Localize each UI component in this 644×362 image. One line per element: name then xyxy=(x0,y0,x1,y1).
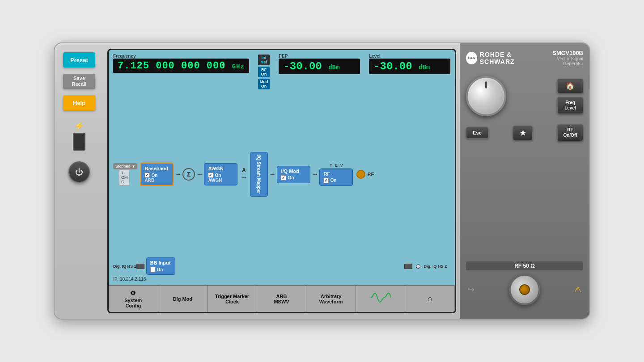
home-icon: ⌂ xyxy=(428,294,432,303)
softkey-bar: ⚙ SystemConfig Dig Mod Trigger MarkerClo… xyxy=(109,285,455,312)
softkey-arb-mswv-label: ARBMSWV xyxy=(274,294,289,304)
rf-area-diagram: T E V RF ✓ On xyxy=(319,163,353,186)
softkey-home[interactable]: ⌂ xyxy=(405,286,455,312)
arrow-1: → xyxy=(174,170,182,178)
dropdown-icon[interactable]: ▼ xyxy=(132,164,136,168)
dig-iq-hs2-row: Dig. IQ HS 2 xyxy=(404,264,447,269)
iq-mod-on-checkbox[interactable]: ✓ On xyxy=(281,175,294,181)
arrow-3: → xyxy=(240,173,247,181)
indicators: IntRef RFOn ModOn xyxy=(258,55,270,89)
power-icon: ⏻ xyxy=(75,168,83,177)
baseband-block[interactable]: Baseband ✓ On ARB xyxy=(140,163,174,186)
rf-onoff-button[interactable]: RF On/Off xyxy=(557,124,583,141)
brand-name: ROHDE & SCHWARZ xyxy=(480,51,541,65)
awgn-block[interactable]: AWGN ✓ On AWGN xyxy=(204,163,237,185)
block-diagram: Stopped ▼ T OM C Baseband ✓ xyxy=(113,93,450,256)
favorites-button[interactable]: ★ xyxy=(513,126,533,140)
rf-arrow-icon: ↪ xyxy=(468,285,475,295)
usb-icon: ⚡ xyxy=(74,121,84,131)
instrument-body: Preset Save Recall Help ⚡ ⏻ Frequency 7.… xyxy=(54,42,590,320)
stopped-badge: Stopped ▼ xyxy=(113,163,137,169)
waveform-icon xyxy=(370,291,391,306)
rf-output-connector[interactable] xyxy=(509,274,540,305)
bb-input-on-checkbox[interactable]: On xyxy=(150,267,163,272)
softkey-trigger-marker-clock-label: Trigger MarkerClock xyxy=(215,294,249,304)
arrow-5: → xyxy=(311,170,318,178)
baseband-arb-label: ARB xyxy=(144,178,154,183)
rf-block[interactable]: RF ✓ On xyxy=(319,168,353,186)
softkey-dig-mod[interactable]: Dig Mod xyxy=(158,286,208,312)
dig-iq-hs1-box xyxy=(136,264,144,269)
softkey-system-config-label: SystemConfig xyxy=(124,298,142,308)
sigma-block: Σ xyxy=(182,168,195,181)
freq-level-button[interactable]: Freq Level xyxy=(557,97,583,114)
iq-stream-mapper[interactable]: I/Q Stream Mapper xyxy=(250,152,268,197)
level-display[interactable]: -30.00 dBm xyxy=(369,59,450,74)
bb-input-title: BB Input xyxy=(150,260,171,265)
mode-t: T xyxy=(121,171,128,175)
awgn-on-checkbox[interactable]: ✓ On xyxy=(208,173,221,178)
baseband-on-check: ✓ xyxy=(144,173,150,178)
usb-port xyxy=(73,133,85,151)
level-section: Level -30.00 dBm xyxy=(369,54,450,74)
softkey-arbitrary-waveform-label: ArbitraryWaveform xyxy=(319,294,343,304)
iq-mod-block[interactable]: I/Q Mod ✓ On xyxy=(277,166,310,183)
iq-mod-on-label: On xyxy=(288,175,294,180)
save-recall-button[interactable]: Save Recall xyxy=(63,74,95,89)
rf-block-title: RF xyxy=(323,171,330,177)
rf-on-checkbox[interactable]: ✓ On xyxy=(323,178,336,183)
pep-label: PEP xyxy=(279,54,360,59)
stopped-label: Stopped xyxy=(115,164,131,168)
model-info: SMCV100B Vector Signal Generator xyxy=(541,50,583,66)
awgn-sub-label: AWGN xyxy=(208,178,222,183)
warning-area: ⚠ xyxy=(574,285,581,295)
usb-area: ⚡ xyxy=(73,121,85,151)
esc-button[interactable]: Esc xyxy=(466,127,488,139)
rf-text-label: RF xyxy=(367,172,374,177)
awgn-on-label: On xyxy=(215,173,221,178)
power-button[interactable]: ⏻ xyxy=(68,161,90,183)
int-ref-indicator: IntRef xyxy=(258,55,270,65)
awgn-title: AWGN xyxy=(208,166,223,171)
rf-on-indicator: RFOn xyxy=(258,67,270,77)
a-label-area: A → xyxy=(239,167,248,181)
bb-input-block[interactable]: BB Input On xyxy=(146,257,175,275)
pep-display[interactable]: -30.00 dBm xyxy=(279,59,360,74)
top-bar: Frequency 7.125 000 000 000 GHz IntRef R… xyxy=(113,54,450,89)
pep-value: -30.00 xyxy=(283,60,322,72)
help-button[interactable]: Help xyxy=(63,95,95,110)
softkey-trigger-marker-clock[interactable]: Trigger MarkerClock xyxy=(208,286,257,312)
arrow-4: → xyxy=(269,170,276,178)
warning-icon: ⚠ xyxy=(574,285,581,295)
dig-iq-hs1-label: Dig. IQ HS 1 xyxy=(113,264,136,269)
baseband-on-checkbox[interactable]: ✓ On xyxy=(144,173,157,178)
rs-logo: R&S xyxy=(466,52,477,64)
softkey-arbitrary-waveform[interactable]: ArbitraryWaveform xyxy=(306,286,356,312)
mode-om: OM xyxy=(121,175,128,180)
softkey-waveform-icon[interactable] xyxy=(356,286,406,312)
bb-input-on-label: On xyxy=(157,267,163,272)
tev-v: V xyxy=(340,163,343,168)
main-knob[interactable] xyxy=(466,76,506,116)
dig-iq-hs2-box xyxy=(404,264,412,269)
rf-connector-row: ↪ ⚠ xyxy=(466,270,583,305)
screen-content: Frequency 7.125 000 000 000 GHz IntRef R… xyxy=(109,50,455,285)
ip-address: IP: 10.214.2.116 xyxy=(113,277,450,282)
knob-buttons-row: 🏠 Freq Level xyxy=(466,72,583,120)
iq-stream-label: I/Q Stream Mapper xyxy=(257,155,262,194)
mod-on-indicator: ModOn xyxy=(258,79,270,89)
awgn-area: AWGN ✓ On AWGN xyxy=(204,163,237,185)
brand-logo: R&S ROHDE & SCHWARZ xyxy=(466,51,541,65)
arrow-2: → xyxy=(196,170,203,178)
baseband-title: Baseband xyxy=(144,166,168,171)
frequency-display[interactable]: 7.125 000 000 000 GHz xyxy=(113,59,249,73)
iq-mod-title: I/Q Mod xyxy=(281,168,299,174)
preset-button[interactable]: Preset xyxy=(63,52,95,67)
softkey-system-config[interactable]: ⚙ SystemConfig xyxy=(109,286,158,312)
home-button[interactable]: 🏠 xyxy=(557,79,583,93)
mode-c: C xyxy=(121,180,128,184)
rf-connector-dot xyxy=(356,170,365,179)
dig-iq-hs2-circle xyxy=(416,264,420,269)
softkey-arb-mswv[interactable]: ARBMSWV xyxy=(257,286,307,312)
level-unit: dBm xyxy=(419,64,430,71)
